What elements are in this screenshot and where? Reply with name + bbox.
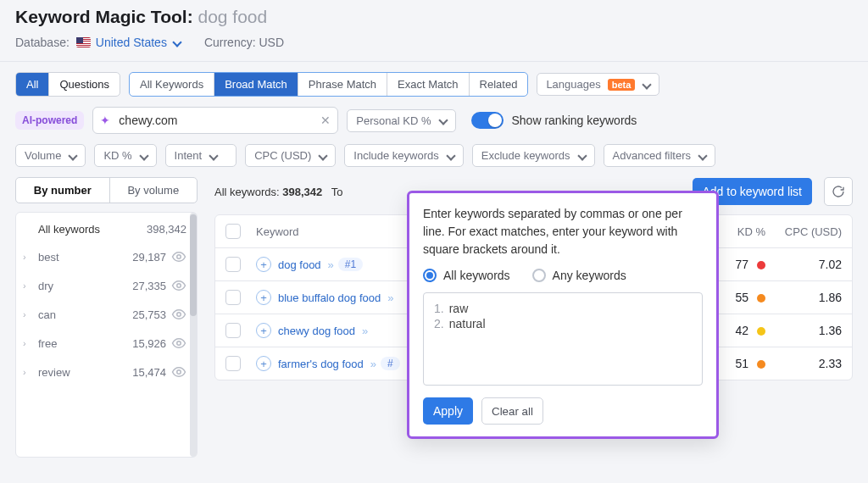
eye-icon[interactable] [171,364,186,380]
double-chevron-icon: » [362,325,365,337]
clear-domain-icon[interactable]: ✕ [320,114,331,127]
keyword-link[interactable]: farmer's dog food [278,358,364,370]
row-checkbox[interactable] [225,356,241,371]
tab-by-volume[interactable]: By volume [109,178,197,203]
refresh-icon [832,185,845,198]
sidebar-item-can[interactable]: ›can25,753 [16,300,197,329]
chevron-down-icon [698,151,707,160]
languages-dropdown[interactable]: Languages beta [537,73,659,96]
chevron-right-icon: › [23,252,33,262]
tab-questions[interactable]: Questions [48,73,120,96]
eye-icon[interactable] [171,278,186,293]
scrollbar[interactable] [190,213,197,457]
group-sort-tabs: By number By volume [15,177,198,203]
tab-exact-match[interactable]: Exact Match [387,73,469,96]
languages-label: Languages [546,78,600,91]
kd-filter[interactable]: KD % [94,144,156,167]
include-keywords-popover: Enter keywords separated by commas or on… [407,191,719,439]
row-checkbox[interactable] [225,290,241,305]
sidebar-item-review[interactable]: ›review15,474 [16,358,197,386]
select-all-checkbox[interactable] [225,224,241,239]
sidebar-item-best[interactable]: ›best29,187 [16,242,197,271]
cpc-cell: 1.36 [765,324,842,337]
group-label: review [38,366,127,379]
tab-all-keywords[interactable]: All Keywords [130,73,214,96]
col-cpc[interactable]: CPC (USD) [765,225,842,238]
add-icon[interactable]: + [256,323,271,338]
position-badge: #1 [338,258,363,271]
tab-all[interactable]: All [16,73,48,96]
divider [0,61,868,62]
svg-point-3 [177,341,181,346]
svg-point-4 [177,370,181,375]
group-count: 29,187 [132,251,166,264]
keyword-link[interactable]: blue buffalo dog food [278,291,381,304]
cpc-cell: 1.86 [765,291,842,304]
radio-any-keywords[interactable]: Any keywords [532,269,626,282]
group-all-keywords[interactable]: All keywords 398,342 [16,216,197,242]
beta-badge: beta [608,79,636,91]
eye-icon[interactable] [171,307,186,322]
double-chevron-icon: » [387,291,391,304]
add-icon[interactable]: + [256,356,271,371]
group-count: 15,474 [132,366,166,379]
clear-all-button[interactable]: Clear all [481,397,543,425]
double-chevron-icon: » [370,358,374,370]
currency-label: Currency: USD [204,36,284,49]
chevron-right-icon: › [23,367,33,377]
keyword-groups-panel: All keywords 398,342 ›best29,187›dry27,3… [15,212,198,458]
add-icon[interactable]: + [256,257,271,272]
ranking-toggle-label: Show ranking keywords [512,114,637,127]
position-badge: # [381,357,400,370]
difficulty-dot-icon [757,261,765,269]
intent-filter[interactable]: Intent [165,144,237,167]
add-icon[interactable]: + [256,290,271,305]
difficulty-dot-icon [757,327,765,336]
tab-by-number[interactable]: By number [16,178,109,203]
chevron-down-icon [172,37,181,47]
refresh-button[interactable] [824,177,853,206]
row-checkbox[interactable] [225,257,241,272]
tab-broad-match[interactable]: Broad Match [214,73,298,96]
chevron-down-icon [577,151,587,160]
eye-icon[interactable] [171,249,186,264]
apply-button[interactable]: Apply [423,397,473,425]
eye-icon[interactable] [171,336,186,351]
database-label: Database: [15,36,70,49]
chevron-down-icon [69,151,78,160]
chevron-down-icon [209,151,218,160]
radio-all-keywords[interactable]: All keywords [423,269,510,282]
question-filter-segment: All Questions [15,72,120,97]
sidebar-item-free[interactable]: ›free15,926 [16,329,197,358]
database-selector[interactable]: Database: United States [15,36,181,49]
volume-filter[interactable]: Volume [15,144,86,167]
chevron-down-icon [319,151,328,160]
personal-kd-dropdown[interactable]: Personal KD % [347,109,455,132]
group-count: 27,335 [132,280,166,292]
domain-input[interactable] [117,113,314,128]
sidebar-item-dry[interactable]: ›dry27,335 [16,271,197,300]
difficulty-dot-icon [757,294,765,303]
double-chevron-icon: » [328,258,331,271]
svg-point-0 [177,255,181,259]
group-count: 398,342 [147,223,186,236]
row-checkbox[interactable] [225,323,241,338]
include-keywords-filter[interactable]: Include keywords [344,144,463,167]
domain-input-wrapper[interactable]: ✦ ✕ [92,107,338,134]
tab-related[interactable]: Related [469,73,528,96]
query-text: dog food [198,7,267,26]
advanced-filters[interactable]: Advanced filters [604,144,716,167]
tool-title: Keyword Magic Tool: [15,7,193,26]
popover-help-text: Enter keywords separated by commas or on… [423,205,703,258]
group-count: 25,753 [132,308,166,321]
ai-powered-badge: AI-powered [15,111,84,130]
keyword-link[interactable]: dog food [278,258,321,271]
flag-us-icon [76,37,91,47]
include-keywords-textarea[interactable]: 1.raw2.natural [423,292,703,386]
cpc-filter[interactable]: CPC (USD) [245,144,336,167]
keyword-link[interactable]: chewy dog food [278,325,355,337]
tab-phrase-match[interactable]: Phrase Match [298,73,387,96]
ranking-toggle[interactable] [471,112,504,129]
personal-kd-label: Personal KD % [356,114,431,127]
exclude-keywords-filter[interactable]: Exclude keywords [472,144,595,167]
